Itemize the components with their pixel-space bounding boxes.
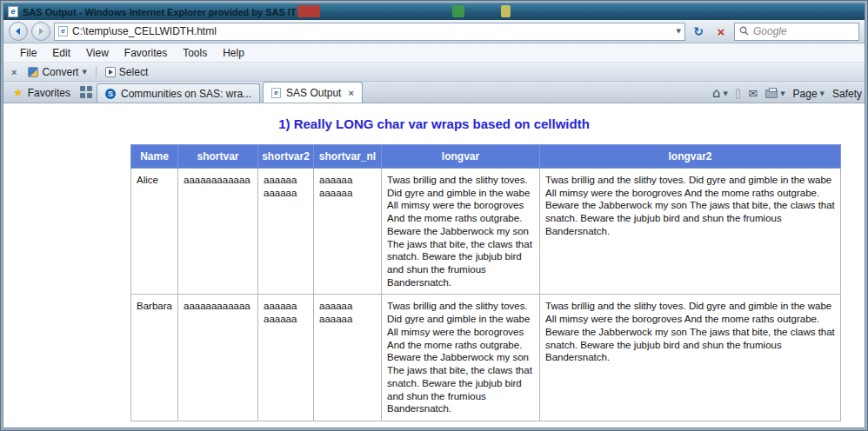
page-button[interactable]: Page ▼ (793, 88, 825, 100)
page-title: 1) Really LONG char var wraps based on c… (3, 116, 865, 131)
search-box[interactable]: Google (734, 23, 859, 41)
print-button[interactable]: ▼ (765, 90, 785, 98)
convert-icon (28, 67, 38, 77)
window-frame: e SAS Output - Windows Internet Explorer… (3, 3, 865, 428)
tab-strip: ★ Favorites S Communities on SAS: wra...… (3, 82, 865, 103)
cell-name: Barbara (131, 295, 178, 421)
back-arrow-icon (14, 27, 23, 36)
refresh-icon: ↻ (693, 24, 704, 38)
cell-longvar: Twas brillig and the slithy toves. Did g… (382, 295, 540, 421)
page-favicon-icon: e (58, 26, 68, 36)
tab-communities[interactable]: S Communities on SAS: wra... (97, 83, 260, 103)
cell-name: Alice (131, 169, 178, 295)
tab-label: Communities on SAS: wra... (121, 88, 251, 100)
navigation-bar: e C:\temp\use_CELLWIDTH.html ▼ ↻ × Googl… (3, 20, 865, 43)
select-label: Select (119, 66, 148, 78)
ie-document-icon: e (8, 6, 18, 17)
menu-favorites[interactable]: Favorites (117, 45, 175, 61)
favorites-button[interactable]: ★ Favorites (6, 83, 77, 102)
search-icon (739, 23, 749, 39)
header-shortvar: shortvar (178, 145, 258, 169)
star-icon: ★ (13, 87, 23, 98)
cell-shortvar: aaaaaaaaaaaa (178, 169, 258, 295)
quick-tabs-icon[interactable] (80, 86, 94, 100)
close-tab-icon[interactable]: × (348, 88, 353, 98)
menu-file[interactable]: File (12, 45, 44, 61)
background-window-fragment (297, 5, 320, 17)
address-dropdown-icon[interactable]: ▼ (677, 28, 681, 35)
tab-sas-output[interactable]: e SAS Output × (263, 82, 363, 103)
menu-edit[interactable]: Edit (44, 45, 78, 61)
header-longvar: longvar (382, 145, 540, 169)
safety-button[interactable]: Safety (832, 88, 862, 100)
cell-shortvar-nl: aaaaaa aaaaaa (314, 169, 382, 295)
forward-arrow-icon (37, 27, 45, 36)
table-row: Alice aaaaaaaaaaaa aaaaaa aaaaaa aaaaaa … (131, 169, 841, 295)
page-dropdown-icon: ▼ (820, 90, 825, 97)
home-dropdown-icon: ▼ (724, 90, 728, 97)
refresh-button[interactable]: ↻ (689, 22, 708, 41)
print-dropdown-icon: ▼ (780, 90, 785, 97)
menu-help[interactable]: Help (215, 45, 252, 61)
header-shortvar-nl: shortvar_nl (314, 145, 382, 169)
menu-bar: File Edit View Favorites Tools Help (3, 43, 865, 63)
feeds-icon[interactable] (736, 89, 740, 99)
background-window-fragment (501, 5, 511, 17)
menu-view[interactable]: View (78, 45, 117, 61)
select-icon (105, 67, 116, 77)
header-longvar2: longvar2 (540, 145, 841, 169)
header-shortvar2: shortvar2 (258, 145, 314, 169)
page-label: Page (793, 88, 818, 100)
table-row: Barbara aaaaaaaaaaaa aaaaaa aaaaaa aaaaa… (131, 295, 841, 421)
toolbar-separator (96, 66, 97, 78)
convert-label: Convert (42, 66, 78, 78)
table-header-row: Name shortvar shortvar2 shortvar_nl long… (131, 145, 841, 169)
tab-label: SAS Output (286, 87, 341, 99)
data-table: Name shortvar shortvar2 shortvar_nl long… (130, 144, 841, 421)
address-url: C:\temp\use_CELLWIDTH.html (72, 25, 672, 37)
address-bar[interactable]: e C:\temp\use_CELLWIDTH.html ▼ (54, 23, 685, 41)
home-icon: ⌂ (712, 87, 721, 100)
command-bar: × Convert ▼ Select (3, 63, 865, 82)
convert-dropdown-icon: ▼ (82, 69, 86, 76)
safety-label: Safety (832, 88, 862, 100)
back-button[interactable] (9, 22, 28, 41)
cell-longvar: Twas brillig and the slithy toves. Did g… (382, 169, 540, 295)
favorites-label: Favorites (28, 87, 70, 99)
cell-longvar2: Twas brillig and the slithy toves. Did g… (540, 295, 841, 421)
page-content: 1) Really LONG char var wraps based on c… (3, 103, 865, 428)
convert-button[interactable]: Convert ▼ (24, 65, 90, 79)
menu-tools[interactable]: Tools (175, 45, 215, 61)
cell-shortvar2: aaaaaa aaaaaa (258, 169, 314, 295)
home-button[interactable]: ⌂ ▼ (712, 87, 728, 100)
ie-page-icon: e (271, 88, 281, 98)
background-window-fragment (452, 5, 464, 17)
window-title: SAS Output - Windows Internet Explorer p… (23, 7, 297, 17)
forward-button[interactable] (31, 22, 50, 41)
cell-longvar2: Twas brillig and the slithy toves. Did g… (540, 169, 841, 295)
search-placeholder: Google (753, 25, 787, 37)
header-name: Name (131, 145, 178, 169)
printer-icon (765, 90, 778, 98)
browser-toolbar-icons: ⌂ ▼ ✉ ▼ Page ▼ Safety (712, 82, 862, 103)
sas-communities-icon: S (105, 89, 116, 99)
stop-icon: × (718, 25, 725, 38)
cell-shortvar-nl: aaaaaa aaaaaa (314, 295, 382, 421)
browser-window: e SAS Output - Windows Internet Explorer… (0, 0, 868, 431)
cell-shortvar: aaaaaaaaaaaa (178, 295, 258, 421)
stop-button[interactable]: × (711, 22, 731, 41)
cell-shortvar2: aaaaaa aaaaaa (258, 295, 314, 421)
close-toolbar-icon[interactable]: × (9, 67, 19, 77)
title-bar: e SAS Output - Windows Internet Explorer… (3, 3, 865, 20)
read-mail-icon[interactable]: ✉ (748, 88, 758, 99)
select-button[interactable]: Select (102, 65, 151, 79)
